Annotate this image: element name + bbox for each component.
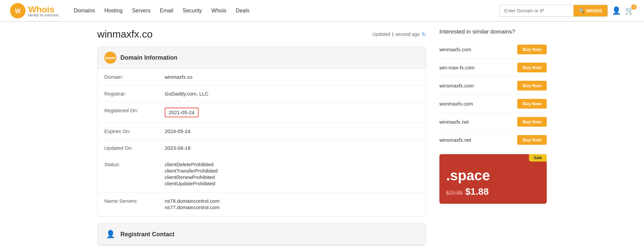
domain-info-title: Domain Information [120, 54, 177, 61]
cart-icon[interactable]: 🛒 0 [625, 6, 634, 15]
ns-label: Name Servers: [98, 193, 158, 216]
refresh-icon[interactable]: ↻ [422, 31, 426, 38]
sidebar-title: Interested in similar domains? [439, 28, 547, 35]
promo-card: Sale .space $29.88 $1.88 [439, 154, 547, 204]
domain-info-table: Domain:winmaxfx.coRegistrar:GoDaddy.com,… [98, 69, 426, 216]
whois-search-button[interactable]: 🔍 WHOIS [574, 5, 607, 16]
content-left: winmaxfx.co Updated 1 second ago ↻ www D… [97, 28, 426, 251]
nav-deals[interactable]: Deals [236, 8, 250, 14]
status-item: clientUpdateProhibited [165, 181, 419, 186]
search-input[interactable] [500, 5, 574, 16]
table-row: Registered On:2021-05-24 [98, 102, 426, 123]
table-row-nameservers: Name Servers: ns78.domaincontrol.comns77… [98, 193, 426, 216]
table-row: Expires On:2024-05-24 [98, 123, 426, 140]
logo-sub: Identity for everyone [28, 13, 59, 17]
buy-now-button[interactable]: Buy Now [517, 63, 547, 72]
status-label: Status: [98, 156, 158, 193]
list-item: wonmaxfx.comBuy Now [439, 95, 547, 113]
domain-info-card: www Domain Information Domain:winmaxfx.c… [97, 47, 426, 216]
buy-now-button[interactable]: Buy Now [517, 117, 547, 127]
logo[interactable]: W Whois Identity for everyone [10, 3, 64, 18]
similar-domain-name: win-max-fx.com [439, 65, 475, 70]
table-row: Domain:winmaxfx.co [98, 69, 426, 85]
status-values: clientDeleteProhibitedclientTransferProh… [158, 156, 426, 193]
list-item: winsmaxfx.netBuy Now [439, 131, 547, 149]
www-icon: www [104, 52, 116, 64]
field-label: Registrar: [98, 85, 158, 102]
ns-item: ns77.domaincontrol.com [165, 204, 419, 210]
updated-text: Updated 1 second ago [372, 32, 420, 37]
main-nav: Domains Hosting Servers Email Security W… [74, 8, 489, 14]
page-title: winmaxfx.co [97, 28, 153, 40]
nav-security[interactable]: Security [183, 8, 202, 14]
field-label: Updated On: [98, 140, 158, 156]
promo-new-price: $1.88 [465, 186, 489, 197]
search-icon: 🔍 [579, 8, 585, 13]
registrant-title: Registrant Contact [120, 231, 174, 238]
promo-old-price: $29.88 [446, 190, 463, 196]
similar-domain-name: winmaxfx.com [439, 47, 471, 52]
registrant-contact-header: 👤 Registrant Contact [98, 224, 426, 245]
field-value: 2023-08-18 [158, 140, 426, 156]
buy-now-button[interactable]: Buy Now [517, 99, 547, 109]
buy-now-button[interactable]: Buy Now [517, 45, 547, 54]
table-row: Registrar:GoDaddy.com, LLC [98, 85, 426, 102]
list-item: winsmaxfx.comBuy Now [439, 77, 547, 95]
buy-now-button[interactable]: Buy Now [517, 81, 547, 90]
ns-item: ns78.domaincontrol.com [165, 198, 419, 204]
nav-hosting[interactable]: Hosting [104, 8, 122, 14]
similar-domain-name: wonmaxfx.com [439, 101, 473, 107]
buy-now-button[interactable]: Buy Now [517, 135, 547, 145]
header-right: 🔍 WHOIS 👤 🛒 0 [499, 5, 634, 17]
domain-info-card-header: www Domain Information [98, 47, 426, 69]
field-value: winmaxfx.co [158, 69, 426, 85]
field-value: 2021-05-24 [158, 102, 426, 123]
page-title-row: winmaxfx.co Updated 1 second ago ↻ [97, 28, 426, 40]
list-item: win-max-fx.comBuy Now [439, 59, 547, 77]
updated-info: Updated 1 second ago ↻ [372, 31, 426, 38]
field-label: Domain: [98, 69, 158, 85]
logo-text: Whois [28, 4, 59, 15]
svg-text:W: W [15, 8, 21, 14]
cart-badge: 0 [631, 4, 637, 10]
user-icon[interactable]: 👤 [612, 6, 621, 15]
similar-domain-name: winmaxfx.net [439, 119, 469, 125]
sidebar-right: Interested in similar domains? winmaxfx.… [439, 28, 547, 251]
status-item: clientDeleteProhibited [165, 162, 419, 167]
field-label: Expires On: [98, 123, 158, 140]
promo-tld: .space [446, 168, 540, 184]
person-icon: 👤 [104, 228, 116, 240]
list-item: winmaxfx.comBuy Now [439, 41, 547, 59]
search-box: 🔍 WHOIS [499, 5, 608, 17]
table-row-status: Status: clientDeleteProhibitedclientTran… [98, 156, 426, 193]
registrant-contact-card: 👤 Registrant Contact [97, 223, 426, 246]
similar-domain-name: winsmaxfx.com [439, 83, 474, 88]
field-value: 2024-05-24 [158, 123, 426, 140]
nav-email[interactable]: Email [160, 8, 173, 14]
main-container: winmaxfx.co Updated 1 second ago ↻ www D… [87, 22, 557, 251]
field-label: Registered On: [98, 102, 158, 123]
ns-values: ns78.domaincontrol.comns77.domaincontrol… [158, 193, 426, 216]
highlighted-value: 2021-05-24 [165, 108, 199, 117]
nav-whois[interactable]: Whois [211, 8, 226, 14]
promo-prices: $29.88 $1.88 [446, 186, 540, 197]
nav-domains[interactable]: Domains [74, 8, 95, 14]
similar-domains-list: winmaxfx.comBuy Nowwin-max-fx.comBuy Now… [439, 41, 547, 149]
similar-domain-name: winsmaxfx.net [439, 137, 471, 143]
nav-servers[interactable]: Servers [132, 8, 150, 14]
field-value: GoDaddy.com, LLC [158, 85, 426, 102]
list-item: winmaxfx.netBuy Now [439, 113, 547, 131]
status-item: clientRenewProhibited [165, 174, 419, 180]
table-row: Updated On:2023-08-18 [98, 140, 426, 156]
status-item: clientTransferProhibited [165, 168, 419, 174]
sale-badge: Sale [529, 154, 547, 162]
